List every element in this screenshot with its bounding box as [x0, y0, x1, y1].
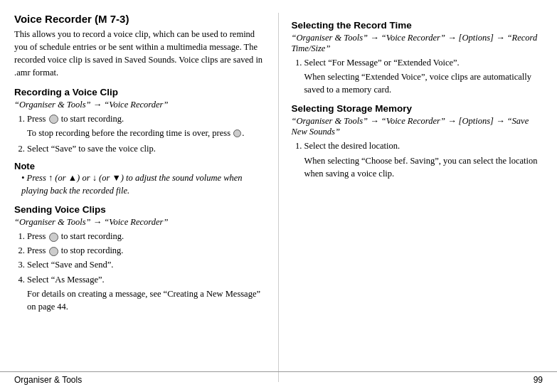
- recording-steps: Press to start recording. To stop record…: [27, 112, 265, 155]
- left-column: Voice Recorder (M 7-3) This allows you t…: [14, 13, 279, 382]
- footer-line: [0, 371, 557, 372]
- record-time-step1-sub: When selecting “Extended Voice”, voice c…: [304, 70, 543, 96]
- recording-path: “Organiser & Tools” → “Voice Recorder”: [14, 100, 265, 110]
- step2-text: Select “Save” to save the voice clip.: [27, 144, 156, 154]
- recording-step-1: Press to start recording. To stop record…: [27, 112, 265, 139]
- sending-path: “Organiser & Tools” → “Voice Recorder”: [14, 217, 265, 228]
- storage-step-1: Select the desired location. When select…: [304, 139, 543, 179]
- record-time-step-1: Select “For Message” or “Extended Voice”…: [304, 56, 543, 96]
- sending-step-4: Select “As Message”. For details on crea…: [27, 273, 265, 313]
- intro-text: This allows you to record a voice clip, …: [14, 28, 265, 80]
- sending-title: Sending Voice Clips: [14, 204, 265, 215]
- stop-button-2: [49, 247, 58, 256]
- note-bullet-1: • Press ↑ (or ▲) or ↓ (or ▼) to adjust t…: [14, 171, 265, 197]
- sending-step-2: Press to stop recording.: [27, 244, 265, 257]
- footer-section-label: Organiser & Tools: [14, 375, 82, 385]
- stop-button-1: [233, 129, 241, 137]
- storage-step1-sub: When selecting “Choose bef. Saving”, you…: [304, 154, 543, 180]
- right-column: Selecting the Record Time “Organiser & T…: [279, 13, 543, 382]
- main-title: Voice Recorder (M 7-3): [14, 13, 265, 25]
- step1-text-after: to start recording.: [61, 114, 124, 124]
- page-number: 99: [534, 375, 543, 385]
- sending-step-3: Select “Save and Send”.: [27, 258, 265, 271]
- note-block: Note • Press ↑ (or ▲) or ↓ (or ▼) to adj…: [14, 161, 265, 197]
- step1-subtext: To stop recording before the recording t…: [27, 127, 265, 139]
- record-button-1: [49, 115, 58, 124]
- record-button-2: [49, 233, 58, 242]
- sending-step4-sub: For details on creating a message, see “…: [27, 287, 265, 313]
- footer-left: Organiser & Tools: [14, 375, 82, 385]
- record-time-steps: Select “For Message” or “Extended Voice”…: [304, 56, 543, 96]
- storage-path: “Organiser & Tools” → “Voice Recorder” →…: [292, 116, 543, 137]
- recording-title: Recording a Voice Clip: [14, 87, 265, 97]
- footer-right: 99: [534, 375, 543, 385]
- record-time-title: Selecting the Record Time: [292, 20, 543, 31]
- storage-steps: Select the desired location. When select…: [304, 139, 543, 179]
- record-time-path: “Organiser & Tools” → “Voice Recorder” →…: [292, 33, 543, 54]
- note-title: Note: [14, 161, 265, 171]
- sending-steps: Press to start recording. Press to stop …: [27, 230, 265, 313]
- page-container: Voice Recorder (M 7-3) This allows you t…: [0, 0, 557, 392]
- step1-text-before: Press: [27, 114, 46, 124]
- recording-step-2: Select “Save” to save the voice clip.: [27, 142, 265, 155]
- storage-title: Selecting Storage Memory: [292, 103, 543, 114]
- sending-step-1: Press to start recording.: [27, 230, 265, 243]
